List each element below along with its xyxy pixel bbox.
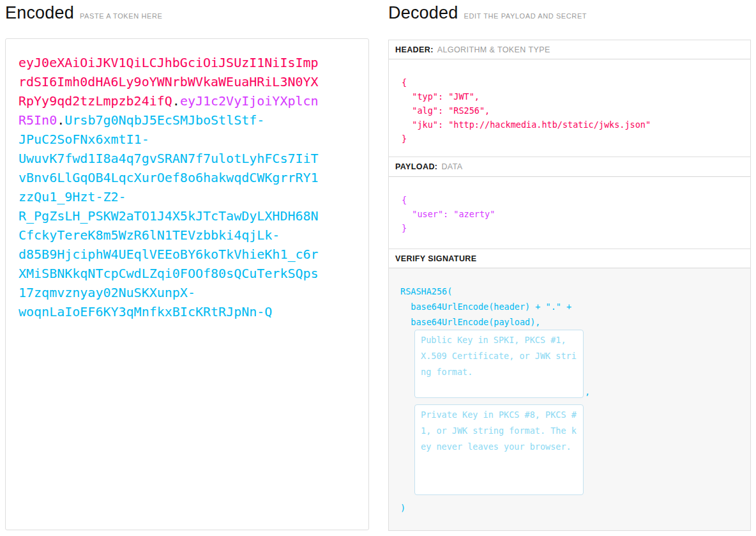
signature-code-comma: , [585, 385, 590, 398]
public-key-input[interactable] [414, 330, 584, 398]
decoded-column: HEADER: ALGORITHM & TOKEN TYPE { "typ": … [388, 40, 751, 531]
payload-section-label: PAYLOAD: [395, 162, 437, 171]
private-key-input[interactable] [414, 404, 584, 495]
verify-signature-label: VERIFY SIGNATURE [395, 254, 476, 263]
payload-section-bar: PAYLOAD: DATA [389, 157, 750, 177]
encoded-token-panel[interactable]: eyJ0eXAiOiJKV1QiLCJhbGciOiJSUzI1NiIsImpr… [5, 38, 369, 530]
token-separator: . [57, 112, 64, 128]
decoded-heading: Decoded EDIT THE PAYLOAD AND SECRET [388, 0, 587, 26]
payload-section-sublabel: DATA [441, 162, 462, 171]
header-section-label: HEADER: [395, 45, 434, 54]
verify-signature-section: RSASHA256( base64UrlEncode(header) + "."… [389, 268, 750, 530]
decoded-subtitle: EDIT THE PAYLOAD AND SECRET [464, 12, 587, 20]
token-signature-segment[interactable]: Ursb7g0NqbJ5EcSMJboStlStf-JPuC2SoFNx6xmt… [19, 112, 319, 319]
encoded-subtitle: PASTE A TOKEN HERE [80, 12, 162, 20]
payload-json-editor[interactable]: { "user": "azerty" } [389, 177, 750, 249]
encoded-heading: Encoded PASTE A TOKEN HERE [5, 0, 162, 26]
header-section-bar: HEADER: ALGORITHM & TOKEN TYPE [389, 40, 750, 59]
decoded-title: Decoded [388, 0, 458, 26]
encoded-token-editor[interactable]: eyJ0eXAiOiJKV1QiLCJhbGciOiJSUzI1NiIsImpr… [19, 53, 322, 321]
header-section-sublabel: ALGORITHM & TOKEN TYPE [437, 45, 550, 54]
encoded-title: Encoded [5, 0, 74, 26]
signature-code-closing-paren: ) [400, 500, 739, 516]
header-json-editor[interactable]: { "typ": "JWT", "alg": "RS256", "jku": "… [389, 59, 750, 157]
signature-algorithm-code: RSASHA256( base64UrlEncode(header) + "."… [400, 284, 739, 330]
token-separator: . [172, 93, 180, 109]
verify-signature-bar: VERIFY SIGNATURE [389, 249, 750, 268]
